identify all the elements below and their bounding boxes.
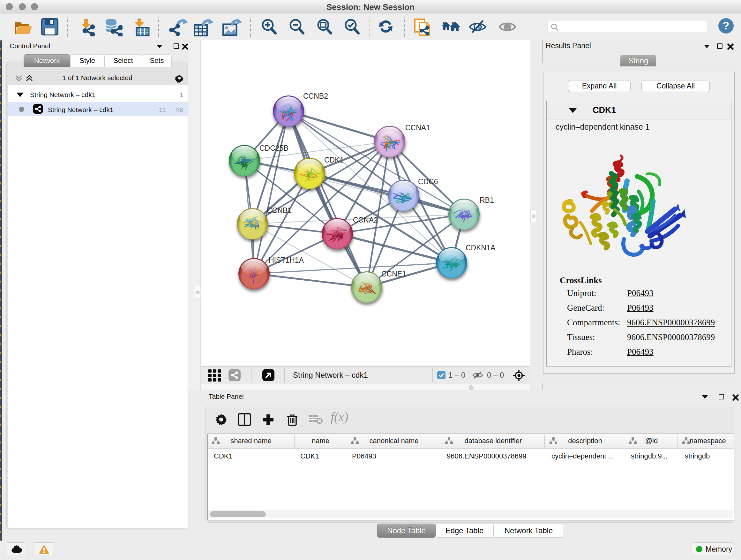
svg-text:CCNB2: CCNB2	[303, 92, 328, 100]
svg-text:CDK1: CDK1	[324, 156, 344, 164]
svg-text:CCNA1: CCNA1	[405, 124, 430, 132]
svg-text:RB1: RB1	[480, 196, 494, 204]
svg-text:CCNE1: CCNE1	[381, 270, 406, 278]
svg-text:CCNA2: CCNA2	[353, 216, 378, 224]
svg-text:?: ?	[723, 19, 730, 32]
svg-text:CDC25B: CDC25B	[259, 144, 288, 152]
svg-text:HIST1H1A: HIST1H1A	[269, 256, 304, 264]
svg-text:CCNB1: CCNB1	[267, 206, 292, 214]
svg-text:CDKN1A: CDKN1A	[466, 244, 495, 252]
svg-text:CDC6: CDC6	[418, 178, 438, 186]
